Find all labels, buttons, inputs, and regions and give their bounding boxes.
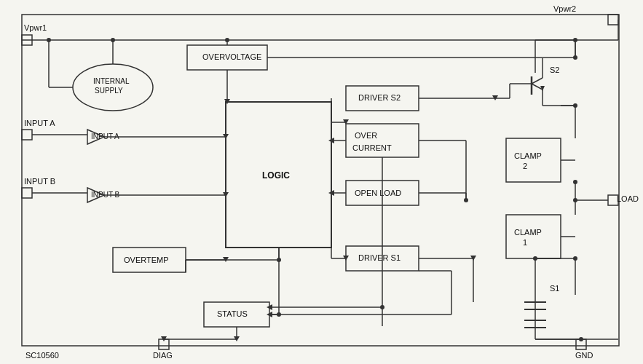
over-current-label-2: CURRENT — [352, 143, 392, 152]
svg-point-100 — [573, 103, 577, 108]
svg-point-108 — [573, 256, 577, 261]
internal-supply-label-2: SUPPLY — [95, 87, 123, 95]
svg-point-107 — [573, 180, 577, 184]
clamp1-label-1: CLAMP — [514, 228, 542, 237]
internal-supply-label-1: INTERNAL — [93, 77, 130, 85]
over-current-label-1: OVER — [355, 131, 377, 140]
svg-point-16 — [111, 38, 115, 42]
svg-point-119 — [277, 258, 281, 262]
open-load-label: OPEN LOAD — [355, 189, 401, 197]
svg-point-69 — [380, 305, 384, 309]
svg-rect-8 — [22, 188, 32, 198]
input-b-pin-label: INPUT B — [24, 177, 55, 186]
s2-label: S2 — [550, 66, 559, 74]
driver-s1-label: DRIVER S1 — [358, 253, 401, 262]
status-label: STATUS — [217, 309, 248, 318]
svg-rect-3 — [608, 15, 618, 25]
svg-rect-71 — [506, 138, 561, 182]
logic-label: LOGIC — [262, 170, 290, 181]
sc10560-label: SC10560 — [25, 351, 59, 360]
diagram-container: SC10560 DIAG GND Vpwr1 Vpwr2 INPUT A INP… — [0, 0, 643, 364]
driver-s2-label: DRIVER S2 — [358, 93, 401, 102]
svg-rect-39 — [346, 124, 419, 157]
clamp2-label-1: CLAMP — [514, 151, 542, 160]
load-label: LOAD — [617, 194, 639, 203]
clamp2-label-2: 2 — [523, 162, 527, 170]
diag-label: DIAG — [153, 351, 173, 360]
svg-point-66 — [277, 312, 281, 317]
svg-rect-72 — [506, 215, 561, 258]
svg-point-97 — [573, 55, 577, 60]
svg-rect-7 — [22, 130, 32, 140]
vpwr1-label: Vpwr1 — [24, 23, 47, 32]
s1-label: S1 — [550, 284, 559, 293]
overtemp-label: OVERTEMP — [124, 256, 169, 264]
gnd-label: GND — [575, 351, 593, 360]
svg-point-19 — [225, 38, 229, 42]
svg-line-77 — [532, 78, 543, 84]
overvoltage-label: OVERVOLTAGE — [202, 52, 261, 61]
clamp1-label-2: 1 — [523, 238, 527, 247]
input-a-pin-label: INPUT A — [24, 119, 55, 127]
vpwr2-label: Vpwr2 — [553, 4, 576, 13]
